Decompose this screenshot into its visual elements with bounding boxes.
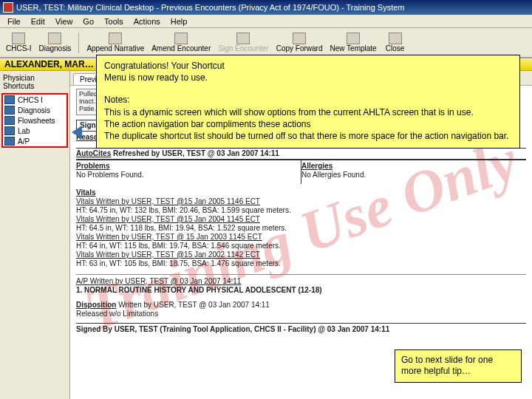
tb-amend[interactable]: Amend Encounter — [149, 31, 214, 54]
diag-mini-icon — [4, 106, 15, 115]
shortcut-label: Lab — [18, 127, 30, 135]
window-title: USER, TEST: Military Clinical Desktop - … — [16, 3, 405, 12]
sidebar: Physician Shortcuts CHCS I Diagnosis Flo… — [0, 71, 70, 399]
callout-main: Congratulations! Your Shortcut Menu is n… — [96, 55, 520, 149]
allergies-value: No Allergies Found. — [301, 171, 523, 180]
amend-icon — [174, 33, 188, 44]
vitals-line: Vitals Written by USER, TEST @ 15 Jan 20… — [76, 233, 526, 242]
menu-view[interactable]: View — [51, 16, 78, 27]
copyfwd-icon — [293, 33, 306, 44]
highlight-arrow-icon — [72, 126, 82, 139]
tb-amend-label: Amend Encounter — [151, 44, 211, 52]
tb-diagnosis[interactable]: Diagnosis — [35, 31, 74, 54]
shortcut-lab[interactable]: Lab — [3, 126, 66, 136]
flow-mini-icon — [4, 116, 15, 125]
diagnosis-icon — [48, 33, 61, 44]
tb-newtpl[interactable]: New Template — [327, 31, 379, 54]
tb-close-label: Close — [386, 44, 405, 52]
sidebar-title: Physician Shortcuts — [1, 72, 68, 92]
menu-actions[interactable]: Actions — [129, 16, 165, 27]
ap-mini-icon — [4, 137, 15, 146]
vitals-line: Vitals Written by USER, TEST @15 Jan 200… — [76, 215, 526, 224]
callout-next-slide: Go to next slide for one more helpful ti… — [395, 349, 522, 383]
toolbar-sep — [78, 33, 79, 53]
vitals-heading: Vitals — [76, 188, 526, 197]
prob-allergy-row: Problems No Problems Found. Allergies No… — [76, 160, 526, 184]
callout-note: This is a dynamic screen which will show… — [104, 106, 512, 118]
shortcut-label: Flowsheets — [18, 117, 55, 125]
callout-note: The duplicate shortcut list should be tu… — [104, 130, 512, 142]
autocites-line: AutoCites Refreshed by USER, TEST @ 03 J… — [76, 148, 526, 160]
shortcut-ap[interactable]: A/P — [3, 136, 66, 146]
callout-line: Go to next slide for one — [401, 355, 515, 366]
shortcut-flowsheets[interactable]: Flowsheets — [3, 115, 66, 126]
shortcut-label: CHCS I — [18, 96, 43, 104]
tb-diagnosis-label: Diagnosis — [38, 44, 71, 52]
ap-item: 1. NORMAL ROUTINE HISTORY AND PHYSICAL A… — [76, 286, 322, 294]
problems-heading: Problems — [76, 162, 298, 171]
autocites-text: Refreshed by USER, TEST @ 03 Jan 2007 14… — [111, 149, 279, 157]
newtpl-icon — [347, 33, 360, 44]
tb-chcs[interactable]: CHCS-I — [3, 31, 34, 54]
vitals-line: HT: 64 in, WT: 115 lbs, BMI: 19.74, BSA:… — [76, 242, 526, 250]
shortcut-diagnosis[interactable]: Diagnosis — [3, 105, 66, 115]
shortcut-chcs[interactable]: CHCS I — [3, 95, 66, 105]
disposition-value: Released w/o Limitations — [76, 310, 526, 318]
tb-close[interactable]: Close — [381, 31, 409, 54]
menu-go[interactable]: Go — [78, 16, 98, 27]
tb-copyfwd-label: Copy Forward — [276, 44, 323, 52]
lab-mini-icon — [4, 126, 15, 135]
signed-by-text: Signed By USER, TEST (Training Tool Appl… — [76, 325, 389, 333]
shortcut-label: A/P — [18, 137, 30, 146]
callout-line: Congratulations! Your Shortcut — [104, 60, 512, 72]
allergies-heading: Allergies — [301, 162, 523, 171]
chcs-icon — [12, 33, 25, 44]
tb-copyfwd[interactable]: Copy Forward — [273, 31, 326, 54]
menu-bar: File Edit View Go Tools Actions Help — [0, 15, 532, 28]
sign-icon — [236, 33, 250, 44]
app-icon — [3, 2, 13, 13]
disposition-label: Disposition — [76, 301, 116, 309]
close-icon — [389, 33, 402, 44]
vitals-line: HT: 64.75 in, WT: 132 lbs, BMI: 20.46, B… — [76, 206, 526, 215]
menu-help[interactable]: Help — [166, 16, 192, 27]
menu-file[interactable]: File — [3, 16, 25, 27]
append-icon — [109, 33, 122, 44]
titlebar: USER, TEST: Military Clinical Desktop - … — [0, 0, 532, 15]
menu-edit[interactable]: Edit — [27, 16, 50, 27]
shortcut-list: CHCS I Diagnosis Flowsheets Lab A/P — [1, 93, 68, 148]
vitals-line: HT: 63 in, WT: 105 lbs, BMI: 18.75, BSA:… — [76, 259, 526, 268]
callout-notes-heading: Notes: — [104, 94, 512, 106]
autocites-label: AutoCites — [76, 149, 111, 157]
menu-tools[interactable]: Tools — [100, 16, 128, 27]
callout-line: more helpful tip… — [401, 366, 515, 378]
signed-by-line: Signed By USER, TEST (Training Tool Appl… — [76, 323, 526, 334]
vitals-line: Vitals Written by USER, TEST @15 Jan 200… — [76, 250, 526, 259]
tb-append[interactable]: Append Narrative — [83, 31, 147, 54]
tb-append-label: Append Narrative — [86, 44, 144, 52]
ap-author-line: A/P Written by USER, TEST @ 03 Jan 2007 … — [76, 277, 526, 286]
patient-name: ALEXANDER, MAR… — [4, 59, 94, 69]
callout-note: The action navigation bar compliments th… — [104, 118, 512, 130]
chcs-mini-icon — [4, 95, 15, 104]
shortcut-label: Diagnosis — [18, 106, 50, 115]
tb-sign-label: Sign Encounter — [218, 44, 268, 52]
tb-newtpl-label: New Template — [330, 44, 376, 52]
callout-line: Menu is now ready to use. — [104, 72, 512, 83]
tb-chcs-label: CHCS-I — [6, 44, 31, 52]
problems-value: No Problems Found. — [76, 171, 298, 180]
disposition-author: Written by USER, TEST @ 03 Jan 2007 14:1… — [116, 301, 269, 309]
toolbar: CHCS-I Diagnosis Append Narrative Amend … — [0, 28, 532, 58]
vitals-line: Vitals Written by USER, TEST @15 Jan 200… — [76, 197, 526, 206]
tb-sign: Sign Encounter — [215, 31, 271, 54]
vitals-line: HT: 64.5 in, WT: 118 lbs, BMI: 19.94, BS… — [76, 224, 526, 233]
